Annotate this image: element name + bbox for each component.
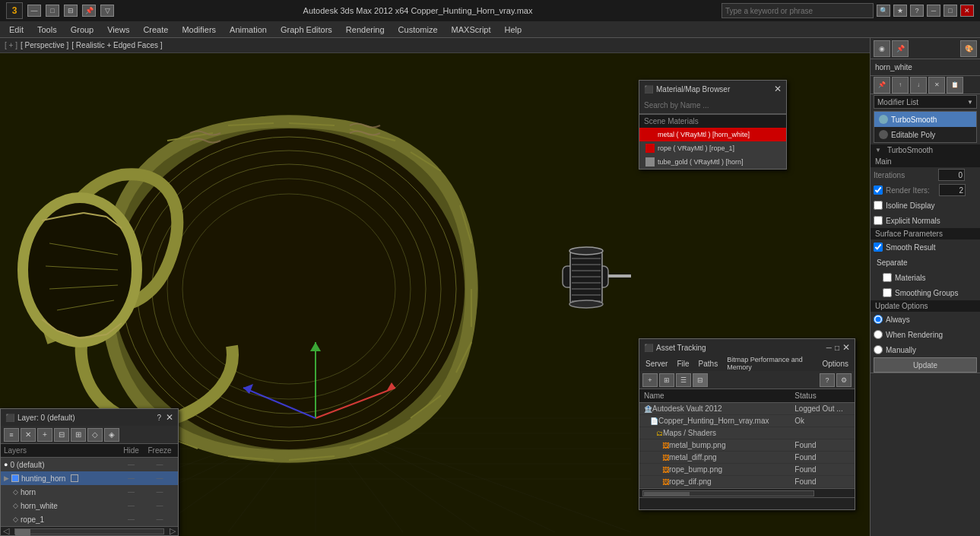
at-minimize-btn[interactable]: ─ <box>826 344 832 352</box>
scroll-thumb[interactable] <box>15 529 30 535</box>
scroll-right-btn[interactable]: ▷ <box>167 526 178 536</box>
layer-row-rope[interactable]: ◇ rope_1 — — <box>1 512 178 526</box>
materials-checkbox[interactable] <box>883 273 892 282</box>
explicit-normals-checkbox[interactable] <box>874 216 883 225</box>
when-rendering-radio[interactable] <box>874 330 883 339</box>
material-item-tube-gold[interactable]: tube_gold ( VRayMtl ) [horn] <box>639 155 786 169</box>
viewport-nav-left[interactable]: [ + ] <box>5 41 17 49</box>
material-item-rope[interactable]: rope ( VRayMtl ) [rope_1] <box>639 141 786 155</box>
at-grid-btn[interactable]: ⊞ <box>659 373 674 387</box>
at-add-btn[interactable]: + <box>642 373 658 387</box>
iconize-btn[interactable]: ⊟ <box>64 5 78 17</box>
viewport-perspective-label[interactable]: [ Perspective ] <box>21 41 68 49</box>
always-radio[interactable] <box>874 315 883 324</box>
at-list-btn[interactable]: ☰ <box>676 373 691 387</box>
minimize-btn[interactable]: — <box>27 5 41 17</box>
mod-move-up-btn[interactable]: ↑ <box>892 77 909 94</box>
material-search-input[interactable] <box>639 97 786 114</box>
lm-close-btn[interactable]: ✕ <box>166 412 173 423</box>
mod-copy-btn[interactable]: 📋 <box>947 77 963 94</box>
menu-edit[interactable]: Edit <box>3 24 30 36</box>
restore-btn[interactable]: □ <box>46 5 59 17</box>
modifier-editable-poly[interactable]: Editable Poly <box>874 127 976 142</box>
rp-pin-btn[interactable]: 📌 <box>892 40 909 57</box>
asset-tracking-input[interactable] <box>639 497 855 509</box>
at-restore-btn[interactable]: □ <box>835 344 839 352</box>
isoline-checkbox[interactable] <box>874 201 883 210</box>
table-row[interactable]: 🖼rope_bump.png Found <box>639 464 855 476</box>
modifier-list-dropdown[interactable]: Modifier List ▼ <box>874 95 977 109</box>
smooth-result-checkbox[interactable] <box>874 243 883 252</box>
menu-help[interactable]: Help <box>499 24 528 36</box>
bookmark-btn[interactable]: ★ <box>893 5 907 17</box>
at-scroll-thumb[interactable] <box>644 492 690 496</box>
scroll-track[interactable] <box>14 528 164 534</box>
asset-tracking-close[interactable]: ✕ <box>842 342 850 353</box>
window-close-btn[interactable]: ✕ <box>960 5 974 17</box>
mod-pin-btn[interactable]: 📌 <box>874 77 890 94</box>
smoothing-groups-checkbox[interactable] <box>883 288 892 297</box>
search-input[interactable] <box>722 3 874 18</box>
menu-graph-editors[interactable]: Graph Editors <box>274 24 338 36</box>
menu-views[interactable]: Views <box>101 24 135 36</box>
material-browser-close[interactable]: ✕ <box>774 84 782 94</box>
window-restore-btn[interactable]: □ <box>944 5 957 17</box>
table-row[interactable]: 🖼metal_diff.png Found <box>639 452 855 464</box>
at-menu-file[interactable]: File <box>674 359 692 369</box>
expand-btn[interactable]: ▽ <box>100 5 114 17</box>
lm-highlight-btn[interactable]: ◈ <box>104 428 119 442</box>
mod-move-down-btn[interactable]: ↓ <box>910 77 927 94</box>
at-settings-btn[interactable]: ⚙ <box>836 373 852 387</box>
menu-animation[interactable]: Animation <box>224 24 273 36</box>
layer-row-default[interactable]: ● 0 (default) — — <box>1 458 178 471</box>
search-btn[interactable]: 🔍 <box>877 5 890 17</box>
lm-collapse-btn[interactable]: ⊟ <box>54 428 69 442</box>
render-iters-checkbox[interactable] <box>874 186 883 195</box>
menu-customize[interactable]: Customize <box>392 24 444 36</box>
rp-pick-btn[interactable]: ◉ <box>874 40 890 57</box>
layer-row-horn[interactable]: ◇ horn — — <box>1 485 178 499</box>
mod-delete-btn[interactable]: ✕ <box>928 77 945 94</box>
manually-radio[interactable] <box>874 345 883 354</box>
viewport[interactable]: [ + ] [ Perspective ] [ Realistic + Edge… <box>0 38 870 536</box>
table-row[interactable]: 🏦Autodesk Vault 2012 Logged Out ... <box>639 403 855 415</box>
lm-select-btn[interactable]: ◇ <box>87 428 103 442</box>
menu-tools[interactable]: Tools <box>31 24 63 36</box>
iterations-input[interactable] <box>938 169 965 181</box>
rp-color-btn[interactable]: 🎨 <box>960 40 977 57</box>
menu-rendering[interactable]: Rendering <box>340 24 391 36</box>
menu-maxscript[interactable]: MAXScript <box>446 24 497 36</box>
pin-btn[interactable]: 📌 <box>82 5 96 17</box>
viewport-mode-label[interactable]: [ Realistic + Edged Faces ] <box>71 41 162 49</box>
scroll-left-btn[interactable]: ◁ <box>1 526 11 536</box>
lm-add-btn[interactable]: + <box>37 428 52 442</box>
layer-visibility-box[interactable] <box>71 474 78 482</box>
layer-row-hunting-horn[interactable]: ▶ hunting_horn — — <box>1 471 178 485</box>
asset-tracking-scrollbar[interactable] <box>639 488 855 497</box>
at-menu-server[interactable]: Server <box>642 359 671 369</box>
render-iters-input[interactable] <box>939 184 966 196</box>
lm-delete-btn[interactable]: ✕ <box>21 428 36 442</box>
at-scroll-track[interactable] <box>642 490 814 496</box>
at-menu-paths[interactable]: Paths <box>696 359 722 369</box>
table-row[interactable]: 🖼rope_dif.png Found <box>639 476 855 488</box>
lm-expand-btn[interactable]: ⊞ <box>71 428 86 442</box>
layer-row-horn-white[interactable]: ◇ horn_white — — <box>1 499 178 512</box>
window-minimize-btn[interactable]: ─ <box>927 5 940 17</box>
modifier-turbosmooth[interactable]: TurboSmooth <box>874 112 976 127</box>
help-btn[interactable]: ? <box>910 5 924 17</box>
at-menu-options[interactable]: Options <box>820 359 852 369</box>
turbosm-collapse-arrow[interactable]: ▼ <box>875 147 881 154</box>
lm-help-btn[interactable]: ? <box>157 414 161 422</box>
lm-layers-btn[interactable]: ≡ <box>4 428 19 442</box>
update-button[interactable]: Update <box>874 357 977 373</box>
layer-scrollbar[interactable]: ◁ ▷ <box>1 526 178 535</box>
menu-modifiers[interactable]: Modifiers <box>176 24 222 36</box>
table-row[interactable]: 🗂Maps / Shaders <box>639 427 855 439</box>
material-item-metal[interactable]: metal ( VRayMtl ) [horn_white] <box>639 128 786 141</box>
at-detail-btn[interactable]: ⊟ <box>693 373 708 387</box>
table-row[interactable]: 🖼metal_bump.png Found <box>639 439 855 452</box>
at-menu-bitmap[interactable]: Bitmap Performance and Memory <box>724 355 816 372</box>
menu-group[interactable]: Group <box>65 24 100 36</box>
table-row[interactable]: 📄Copper_Hunting_Horn_vray.max Ok <box>639 415 855 427</box>
